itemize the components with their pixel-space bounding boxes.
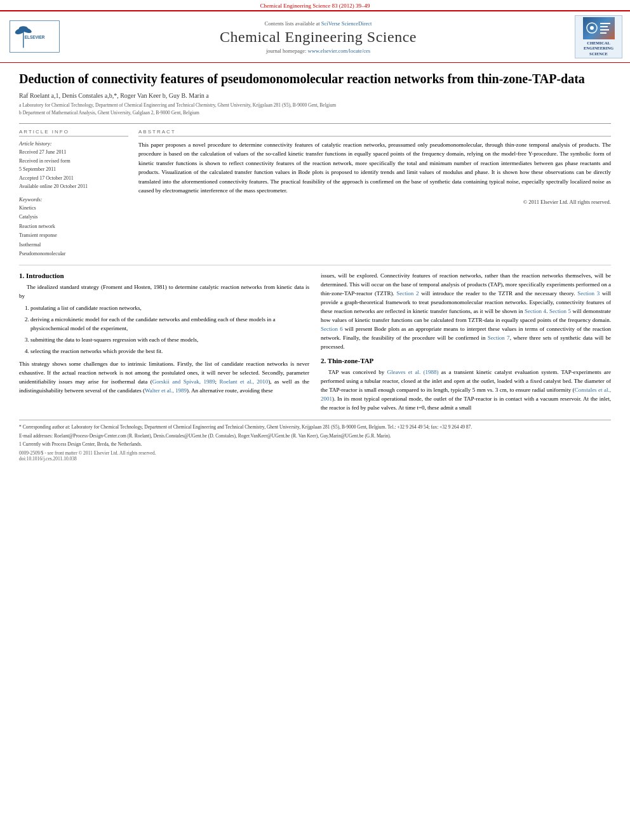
history-heading: Article history: bbox=[19, 140, 128, 147]
article-info-panel: ARTICLE INFO Article history: Received 2… bbox=[19, 129, 128, 258]
issn-text: 0009-2509/$ - see front matter © 2011 El… bbox=[19, 450, 156, 456]
copyright-line: © 2011 Elsevier Ltd. All rights reserved… bbox=[138, 199, 611, 205]
keyword-pseudo: Pseudomonomolecular bbox=[19, 250, 128, 258]
history-block: Article history: Received 27 June 2011 R… bbox=[19, 140, 128, 191]
affiliations: a Laboratory for Chemical Technology, De… bbox=[19, 102, 611, 117]
received-line: Received 27 June 2011 bbox=[19, 148, 128, 157]
intro-para1: The idealized standard strategy (Froment… bbox=[19, 283, 309, 301]
affiliation-b: b Department of Mathematical Analysis, G… bbox=[19, 109, 611, 117]
corresponding-note: * Corresponding author at: Laboratory fo… bbox=[19, 423, 611, 430]
ref-constales[interactable]: Constales et al., 2001 bbox=[321, 387, 611, 402]
elsevier-logo: ELSEVIER bbox=[8, 18, 62, 56]
intro-num: 1. bbox=[19, 272, 24, 279]
ref-gleaves[interactable]: Gleaves et al. (1988) bbox=[387, 369, 438, 375]
sciverse-link[interactable]: SciVerse ScienceDirect bbox=[321, 20, 372, 27]
ces-logo-image bbox=[583, 17, 615, 39]
intro-right-para: issues, will be explored. Connectivity f… bbox=[321, 272, 611, 351]
homepage-text: journal homepage: bbox=[266, 48, 307, 54]
ref-section3[interactable]: Section 3 bbox=[577, 290, 600, 297]
section2-num: 2. bbox=[321, 357, 326, 364]
accepted-line: Accepted 17 October 2011 bbox=[19, 174, 128, 183]
keyword-kinetics: Kinetics bbox=[19, 204, 128, 213]
section2-para1: TAP was conceived by Gleaves et al. (198… bbox=[321, 368, 611, 413]
body-left-col: 1. Introduction The idealized standard s… bbox=[19, 272, 309, 412]
body-right-col: issues, will be explored. Connectivity f… bbox=[321, 272, 611, 412]
journal-ref-text: Chemical Engineering Science 83 (2012) 3… bbox=[260, 3, 370, 9]
journal-reference-bar: Chemical Engineering Science 83 (2012) 3… bbox=[0, 0, 630, 10]
keyword-reaction-network: Reaction network bbox=[19, 222, 128, 231]
ces-logo-text: CHEMICAL ENGINEERING SCIENCE bbox=[584, 41, 613, 57]
ref-section2[interactable]: Section 2 bbox=[396, 290, 419, 297]
abstract-text: This paper proposes a novel procedure to… bbox=[138, 140, 611, 195]
revised-date-line: 5 September 2011 bbox=[19, 165, 128, 174]
abstract-panel: ABSTRACT This paper proposes a novel pro… bbox=[138, 129, 611, 258]
doi-text: doi:10.1016/j.ces.2011.10.038 bbox=[19, 456, 77, 462]
keyword-transient: Transient response bbox=[19, 231, 128, 240]
available-line: Available online 20 October 2011 bbox=[19, 182, 128, 191]
email-note: E-mail addresses: Roelant@Process-Design… bbox=[19, 432, 611, 439]
divider-2 bbox=[19, 265, 611, 265]
authors-text: Raf Roelant a,1, Denis Constales a,b,*, … bbox=[19, 92, 209, 99]
svg-rect-12 bbox=[600, 32, 607, 34]
authors-line: Raf Roelant a,1, Denis Constales a,b,*, … bbox=[19, 92, 611, 99]
ref-roelant[interactable]: Roelant et al., 2010 bbox=[219, 378, 268, 385]
list-item-3: submitting the data to least-squares reg… bbox=[30, 336, 309, 345]
section2-title: Thin-zone-TAP bbox=[328, 357, 374, 364]
divider-1 bbox=[19, 123, 611, 124]
ref-section4[interactable]: Section 4 bbox=[525, 308, 546, 314]
keyword-isothermal: Isothermal bbox=[19, 241, 128, 250]
received-revised-line: Received in revised form bbox=[19, 157, 128, 166]
journal-title-display: Chemical Engineering Science bbox=[68, 29, 568, 46]
svg-point-8 bbox=[590, 26, 594, 30]
svg-rect-11 bbox=[600, 29, 609, 30]
ref-gorskii[interactable]: Gorskii and Spivak, 1989 bbox=[152, 378, 215, 385]
ref-walter[interactable]: Walter et al., 1989 bbox=[145, 387, 187, 394]
intro-list: postulating a list of candidate reaction… bbox=[30, 304, 309, 356]
intro-title: Introduction bbox=[26, 272, 64, 279]
ref-section6[interactable]: Section 6 bbox=[321, 326, 343, 332]
keyword-catalysis: Catalysis bbox=[19, 213, 128, 222]
article-info-label: ARTICLE INFO bbox=[19, 129, 128, 137]
svg-rect-9 bbox=[600, 23, 610, 24]
section2-heading: 2. Thin-zone-TAP bbox=[321, 357, 611, 364]
ces-logo-box: CHEMICAL ENGINEERING SCIENCE bbox=[575, 15, 622, 58]
main-content: Deduction of connectivity features of ps… bbox=[0, 63, 630, 469]
ref-section5[interactable]: Section 5 bbox=[549, 308, 571, 314]
footnotes-section: * Corresponding author at: Laboratory fo… bbox=[19, 420, 611, 462]
keywords-heading: Keywords: bbox=[19, 196, 128, 203]
list-item-2: deriving a microkinetic model for each o… bbox=[30, 316, 309, 333]
issn-line: 0009-2509/$ - see front matter © 2011 El… bbox=[19, 450, 611, 462]
keywords-block: Keywords: Kinetics Catalysis Reaction ne… bbox=[19, 196, 128, 258]
note1: 1 Currently with Process Design Center, … bbox=[19, 441, 611, 448]
journal-header: ELSEVIER Contents lists available at Sci… bbox=[0, 10, 630, 63]
abstract-label: ABSTRACT bbox=[138, 129, 611, 137]
list-item-1: postulating a list of candidate reaction… bbox=[30, 304, 309, 313]
svg-text:ELSEVIER: ELSEVIER bbox=[25, 35, 45, 39]
intro-para2: This strategy shows some challenges due … bbox=[19, 360, 309, 396]
article-title: Deduction of connectivity features of ps… bbox=[19, 70, 611, 87]
journal-header-center: Contents lists available at SciVerse Sci… bbox=[68, 20, 568, 54]
homepage-line: journal homepage: www.elsevier.com/locat… bbox=[68, 48, 568, 54]
svg-rect-10 bbox=[600, 26, 608, 27]
ref-section7[interactable]: Section 7 bbox=[488, 335, 510, 341]
article-info-abstract: ARTICLE INFO Article history: Received 2… bbox=[19, 129, 611, 258]
intro-heading: 1. Introduction bbox=[19, 272, 309, 279]
contents-text: Contents lists available at bbox=[265, 20, 320, 27]
affiliation-a: a Laboratory for Chemical Technology, De… bbox=[19, 102, 611, 109]
body-two-col: 1. Introduction The idealized standard s… bbox=[19, 272, 611, 412]
homepage-link[interactable]: www.elsevier.com/locate/ces bbox=[308, 48, 371, 54]
svg-point-4 bbox=[19, 26, 28, 30]
list-item-4: selecting the reaction networks which pr… bbox=[30, 347, 309, 356]
svg-rect-6 bbox=[584, 18, 613, 38]
contents-available-line: Contents lists available at SciVerse Sci… bbox=[68, 20, 568, 27]
